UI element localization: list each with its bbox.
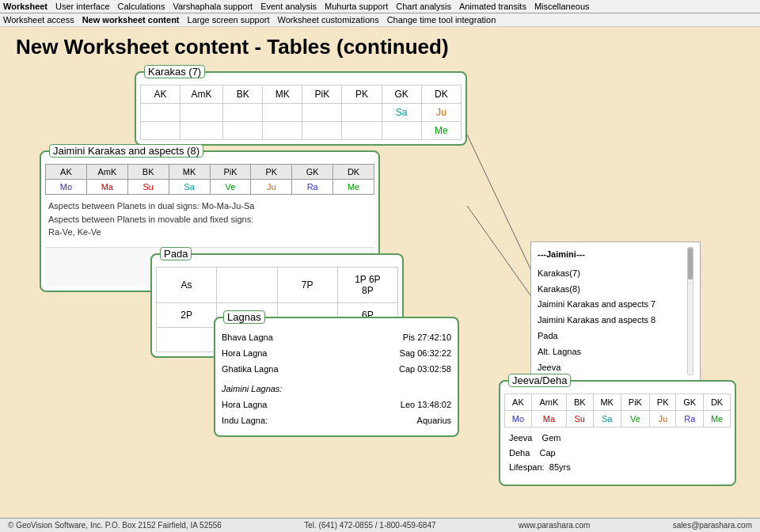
jeeva-v-ra: Ra [676,411,704,428]
jeeva-table: AK AmK BK MK PiK PK GK DK Mo Ma Su Sa Ve… [504,393,731,428]
jeeva-v-sa: Sa [593,411,621,428]
lagnas-jhora-value: Leo 13:48:02 [401,397,451,413]
pada-empty4 [157,328,217,352]
jaimini-list-item-3[interactable]: Jaimini Karakas and aspects 8 [538,313,681,329]
jaimini-panel-title: Jaimini Karakas and aspects (8) [49,144,203,158]
karakas-header-pk: PK [342,86,382,104]
menu-eventanalysis[interactable]: Event analysis [260,2,317,11]
karakas-panel-title: Karakas (7) [144,65,205,78]
jaimini-v-ju: Ju [251,180,292,195]
karakas-val2-dk: Me [421,122,461,140]
menu-misc[interactable]: Miscellaneous [534,2,590,11]
lagnas-panel: Lagnas Bhava Lagna Pis 27:42:10 Hora Lag… [214,317,459,437]
lagnas-bhava-value: Pis 27:42:10 [403,330,451,346]
jeeva-v-ve: Ve [621,411,649,428]
jaimini-list-panel: ---Jaimini--- Karakas(7) Karakas(8) Jaim… [530,241,701,381]
jeeva-v-ju: Ju [649,411,676,428]
karakas-val-ak [141,104,180,122]
jaimini-h-amk: AmK [86,165,127,180]
jaimini-list-item-1[interactable]: Karakas(8) [538,282,681,298]
jeeva-v-mo: Mo [505,411,532,428]
karakas-val-pik [302,104,342,122]
pada-7p: 7P [277,268,337,303]
submenu-worksheetaccess[interactable]: Worksheet access [3,15,74,25]
lagnas-row-indu: Indu Lagna: Aquarius [222,413,451,429]
menu-calculations[interactable]: Calculations [118,2,165,11]
jeeva-h-dk: DK [704,394,731,411]
lagnas-indu-value: Aquarius [417,413,451,429]
karakas-val2-amk [180,122,223,140]
lagnas-row-bhava: Bhava Lagna Pis 27:42:10 [222,330,451,346]
jeeva-h-mk: MK [593,394,621,411]
sub-menu-bar: Worksheet access New worksheet content L… [0,13,760,27]
lagnas-row-ghatika: Ghatika Lagna Cap 03:02:58 [222,362,451,378]
pada-2p: 2P [157,303,217,328]
karakas-table: AK AmK BK MK PiK PK GK DK Sa [140,85,462,140]
menu-worksheet[interactable]: Worksheet [3,2,48,11]
jaimini-list-item-2[interactable]: Jaimini Karakas and aspects 7 [538,297,681,313]
lagnas-jaimini-title: Jaimini Lagnas: [222,384,282,393]
lifespan-value: 85yrs [549,462,571,472]
jaimini-h-pik: PiK [210,165,251,180]
submenu-customizations[interactable]: Worksheet customizations [277,15,378,25]
top-menu-bar: Worksheet User interface Calculations Va… [0,0,760,13]
submenu-changetimetool[interactable]: Change time tool integration [387,15,496,25]
karakas-val-bk [223,104,263,122]
karakas-header-ak: AK [141,86,180,104]
menu-transits[interactable]: Animated transits [459,2,526,11]
jeeva-panel: Jeeva/Deha AK AmK BK MK PiK PK GK DK Mo … [499,380,736,486]
menu-userinterface[interactable]: User interface [55,2,109,11]
footer-copyright: © GeoVision Software, Inc. P.O. Box 2152… [8,521,222,530]
karakas-header-dk: DK [421,86,461,104]
jaimini-v-ra: Ra [292,180,333,195]
jaimini-h-gk: GK [292,165,333,180]
karakas-val-amk [180,104,223,122]
jaimini-h-pk: PK [251,165,292,180]
jaimini-v-ve: Ve [210,180,251,195]
karakas-val2-ak [141,122,180,140]
panels-area: Karakas (7) AK AmK BK MK PiK PK GK DK [16,71,744,483]
jeeva-row-lifespan: Lifespan: 85yrs [509,460,726,475]
karakas-val-gk: Sa [382,104,421,122]
menu-muhurta[interactable]: Muhurta support [325,2,388,11]
jeeva-row-deha: Deha Cap [509,446,726,461]
jaimini-table: AK AmK BK MK PiK PK GK DK Mo Ma Su Sa Ve… [45,164,374,195]
footer: © GeoVision Software, Inc. P.O. Box 2152… [0,518,760,532]
submenu-newcontent[interactable]: New worksheet content [82,15,180,25]
jaimini-list-item-0[interactable]: Karakas(7) [538,266,681,282]
jeeva-h-ak: AK [505,394,532,411]
lagnas-jaimini-section: Jaimini Lagnas: Hora Lagna Leo 13:48:02 … [222,382,451,428]
menu-chartanalysis[interactable]: Chart analysis [396,2,451,11]
jeeva-v-ma: Ma [531,411,566,428]
lifespan-label: Lifespan: [509,462,545,472]
lagnas-indu-label: Indu Lagna: [222,413,317,429]
jaimini-h-bk: BK [127,165,169,180]
karakas-val-dk1: Ju [421,104,461,122]
jeeva-h-gk: GK [676,394,704,411]
lagnas-row-hora: Hora Lagna Sag 06:32:22 [222,346,451,362]
page-title: New Worksheet content - Tables (continue… [16,35,744,59]
jaimini-v-mo: Mo [46,180,87,195]
jeeva-h-bk: BK [567,394,594,411]
svg-line-0 [467,206,534,301]
pada-as: As [157,268,217,303]
karakas-header-bk: BK [223,86,263,104]
deha-value: Cap [540,448,556,458]
karakas-val2-mk [263,122,302,140]
karakas-header-mk: MK [263,86,302,104]
lagnas-bhava-label: Bhava Lagna [222,330,317,346]
jeeva-footer: Jeeva Gem Deha Cap Lifespan: 85yrs [504,428,731,478]
jeeva-value: Gem [542,433,561,443]
menu-varshaphala[interactable]: Varshaphala support [173,2,253,11]
jaimini-v-ma: Ma [86,180,127,195]
jaimini-list-title: ---Jaimini--- [538,247,681,263]
jaimini-list-item-5[interactable]: Alt. Lagnas [538,344,681,360]
jaimini-list-item-4[interactable]: Pada [538,329,681,344]
karakas-val2-pik [302,122,342,140]
lagnas-row-jhora: Hora Lagna Leo 13:48:02 [222,397,451,413]
jaimini-h-ak: AK [46,165,87,180]
jaimini-h-mk: MK [169,165,210,180]
jeeva-v-su: Su [567,411,594,428]
submenu-largescreen[interactable]: Large screen support [188,15,270,25]
lagnas-content: Bhava Lagna Pis 27:42:10 Hora Lagna Sag … [222,330,451,429]
